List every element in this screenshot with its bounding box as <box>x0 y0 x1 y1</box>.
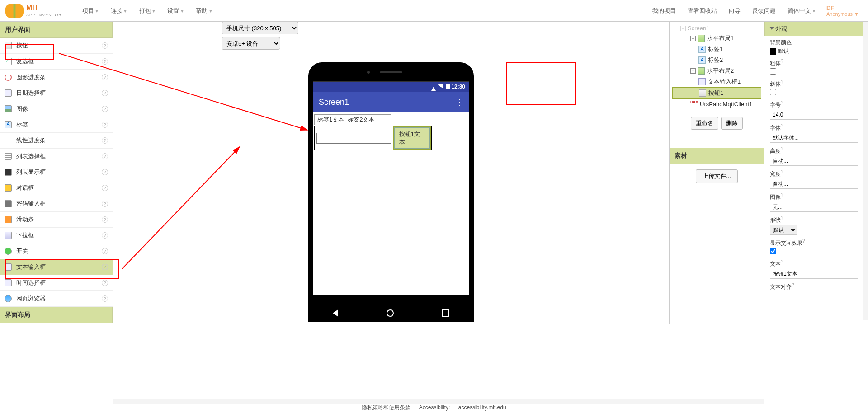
palette-item-13[interactable]: 开关? <box>0 243 113 259</box>
upload-file-button[interactable]: 上传文件... <box>696 169 738 183</box>
fontsize-input[interactable] <box>770 110 858 120</box>
palette-item-14[interactable]: 文本输入框? <box>0 259 113 275</box>
phone-screen[interactable]: 12:30 Screen1 ⋮ 标签1文本 标签2文本 按钮1文本 <box>313 81 469 295</box>
palette-item-8[interactable]: 列表显示框? <box>0 164 113 180</box>
palette-item-3[interactable]: 日期选择框? <box>0 85 113 101</box>
mock-horizontal-arrangement-2[interactable]: 按钮1文本 <box>314 126 432 150</box>
phone-size-select[interactable]: 手机尺寸 (320 x 505) <box>222 22 298 34</box>
nav-feedback[interactable]: 反馈问题 <box>746 3 782 19</box>
help-icon[interactable]: ? <box>102 106 108 112</box>
tree-mqtt[interactable]: URSUrsPahoMqttClient1 <box>672 99 761 109</box>
properties-header[interactable]: 外观 <box>764 22 868 36</box>
logo[interactable]: MIT APP INVENTOR <box>0 4 67 18</box>
fontface-input[interactable] <box>770 133 858 143</box>
tree-ha1[interactable]: −水平布局1 <box>672 33 761 44</box>
help-icon[interactable]: ? <box>102 137 108 144</box>
help-icon[interactable]: ? <box>102 295 108 302</box>
palette-item-4[interactable]: 图像? <box>0 101 113 117</box>
nav-guide[interactable]: 向导 <box>723 3 746 19</box>
help-icon[interactable]: ? <box>102 153 108 159</box>
help-icon[interactable]: ? <box>102 90 108 96</box>
palette-item-label: 日期选择框 <box>16 89 46 97</box>
scrollbar-vertical[interactable] <box>863 22 868 320</box>
feedback-checkbox[interactable] <box>770 248 776 254</box>
mock-horizontal-arrangement-1[interactable]: 标签1文本 标签2文本 <box>314 114 391 125</box>
palette-item-7[interactable]: 列表选择框? <box>0 149 113 164</box>
help-icon[interactable]: ? <box>102 232 108 239</box>
palette-item-15[interactable]: 时间选择框? <box>0 275 113 291</box>
palette-item-label: 文本输入框 <box>16 263 46 271</box>
palette-item-0[interactable]: 按钮? <box>0 38 113 54</box>
status-time: 12:30 <box>451 84 465 90</box>
palette-item-icon <box>5 184 12 192</box>
palette-item-1[interactable]: 复选框? <box>0 54 113 70</box>
prop-align: 文本对齐? <box>764 280 868 293</box>
collapse-icon[interactable]: − <box>690 68 696 74</box>
tree-ha2[interactable]: −水平布局2 <box>672 66 761 76</box>
help-icon[interactable]: ? <box>102 42 108 49</box>
wifi-icon <box>431 84 436 91</box>
width-input[interactable] <box>770 179 858 189</box>
help-icon[interactable]: ? <box>102 122 108 128</box>
logo-mit: MIT <box>26 4 62 11</box>
bold-checkbox[interactable] <box>770 68 776 75</box>
palette-item-2[interactable]: 圆形进度条? <box>0 70 113 85</box>
nav-help[interactable]: 帮助▼ <box>190 3 218 19</box>
palette-item-5[interactable]: 标签? <box>0 117 113 133</box>
italic-checkbox[interactable] <box>770 89 776 95</box>
help-icon[interactable]: ? <box>102 74 108 80</box>
delete-button[interactable]: 删除 <box>721 117 743 130</box>
phone-camera-icon <box>367 71 370 74</box>
nav-settings[interactable]: 设置▼ <box>161 3 190 19</box>
nav-my-projects[interactable]: 我的项目 <box>646 3 682 19</box>
nav-trash[interactable]: 查看回收站 <box>682 3 723 19</box>
help-icon[interactable]: ? <box>102 201 108 207</box>
tree-button1[interactable]: 按钮1 <box>672 87 761 99</box>
privacy-link[interactable]: 隐私策略和使用条款 <box>362 404 410 411</box>
tree-textbox1[interactable]: 文本输入框1 <box>672 76 761 87</box>
mock-label-2[interactable]: 标签2文本 <box>346 116 376 124</box>
image-input[interactable] <box>770 202 858 212</box>
mock-textbox-1[interactable] <box>316 133 391 144</box>
nav-connect[interactable]: 连接▼ <box>105 3 133 19</box>
nav-build[interactable]: 打包▼ <box>133 3 162 19</box>
tree-label2[interactable]: 标签2 <box>672 55 761 66</box>
prop-bgcolor: 背景颜色 默认 <box>764 36 868 56</box>
palette-item-label: 圆形进度条 <box>16 73 46 81</box>
tree-label1[interactable]: 标签1 <box>672 44 761 55</box>
palette-header-ui[interactable]: 用户界面 <box>0 22 113 38</box>
help-icon[interactable]: ? <box>102 185 108 191</box>
help-icon[interactable]: ? <box>102 169 108 175</box>
mock-label-1[interactable]: 标签1文本 <box>316 116 346 124</box>
collapse-icon[interactable]: − <box>680 26 686 31</box>
palette-item-6[interactable]: 线性进度条? <box>0 133 113 149</box>
nav-projects[interactable]: 项目▼ <box>76 3 105 19</box>
android-version-select[interactable]: 安卓5+ 设备 <box>222 37 280 50</box>
help-icon[interactable]: ? <box>102 216 108 223</box>
help-icon[interactable]: ? <box>102 248 108 254</box>
prop-fontface: 字体? <box>764 121 868 144</box>
palette-item-11[interactable]: 滑动条? <box>0 212 113 228</box>
palette-item-16[interactable]: 网页浏览器? <box>0 291 113 307</box>
tree-screen1[interactable]: −Screen1 <box>672 23 761 33</box>
palette-header-layout[interactable]: 界面布局 <box>0 307 113 323</box>
rename-button[interactable]: 重命名 <box>691 117 718 130</box>
chevron-down-icon <box>769 27 774 32</box>
palette-item-9[interactable]: 对话框? <box>0 180 113 196</box>
nav-lang[interactable]: 简体中文▼ <box>782 3 822 19</box>
help-icon[interactable]: ? <box>102 58 108 65</box>
user-anon[interactable]: DF Anonymous ▼ <box>826 5 859 17</box>
palette-item-10[interactable]: 密码输入框? <box>0 196 113 212</box>
shape-select[interactable]: 默认 <box>770 225 797 235</box>
bgcolor-value[interactable]: 默认 <box>770 47 863 55</box>
mock-button-1[interactable]: 按钮1文本 <box>394 127 430 149</box>
collapse-icon[interactable]: − <box>690 36 696 41</box>
height-input[interactable] <box>770 156 858 166</box>
text-input[interactable] <box>770 269 858 279</box>
palette-item-icon <box>5 74 12 81</box>
help-icon[interactable]: ? <box>102 264 108 270</box>
accessibility-link[interactable]: accessibility.mit.edu <box>458 404 506 411</box>
scrollbar-horizontal[interactable] <box>113 399 764 404</box>
palette-item-12[interactable]: 下拉框? <box>0 228 113 243</box>
help-icon[interactable]: ? <box>102 280 108 286</box>
